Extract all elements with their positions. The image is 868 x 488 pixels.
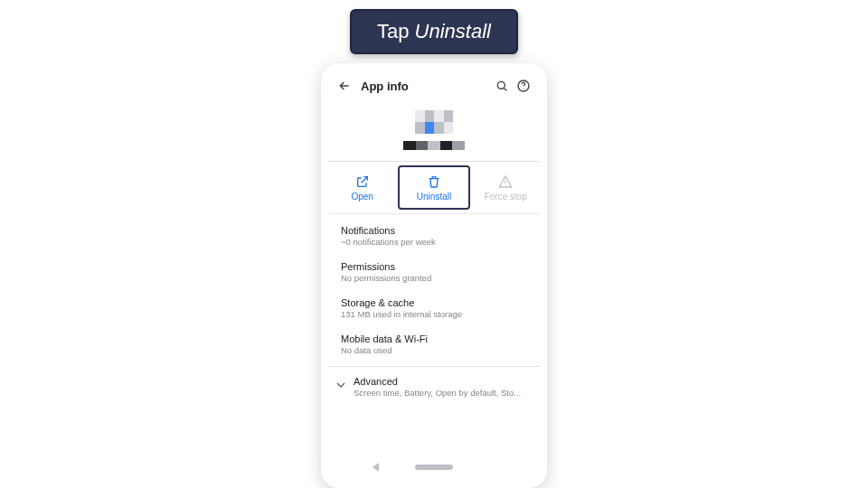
advanced-title: Advanced bbox=[354, 376, 527, 387]
nav-back-icon[interactable] bbox=[373, 463, 379, 472]
nav-home-pill[interactable] bbox=[415, 465, 453, 470]
uninstall-label: Uninstall bbox=[417, 192, 451, 202]
open-icon bbox=[355, 174, 370, 189]
help-icon bbox=[516, 79, 531, 93]
advanced-sub: Screen time, Battery, Open by default, S… bbox=[354, 388, 527, 398]
storage-row[interactable]: Storage & cache 131 MB used in internal … bbox=[328, 290, 540, 326]
phone-screen: App info Ope bbox=[328, 70, 540, 481]
uninstall-button[interactable]: Uninstall bbox=[398, 165, 469, 210]
back-button[interactable] bbox=[334, 75, 355, 97]
app-name-blurred bbox=[403, 141, 465, 150]
back-arrow-icon bbox=[337, 79, 352, 93]
app-icon-blurred bbox=[415, 110, 453, 134]
svg-point-3 bbox=[505, 184, 506, 185]
svg-point-2 bbox=[523, 89, 524, 89]
storage-title: Storage & cache bbox=[341, 297, 527, 308]
permissions-row[interactable]: Permissions No permissions granted bbox=[328, 254, 540, 290]
open-label: Open bbox=[351, 192, 373, 202]
chevron-down-icon bbox=[334, 378, 348, 392]
notifications-title: Notifications bbox=[341, 225, 527, 236]
phone-frame: App info Ope bbox=[321, 63, 547, 488]
help-button[interactable] bbox=[513, 75, 534, 97]
mobile-data-title: Mobile data & Wi-Fi bbox=[341, 333, 527, 344]
mobile-data-sub: No data used bbox=[341, 345, 527, 355]
system-nav-bar bbox=[328, 457, 540, 477]
instruction-callout: Tap Uninstall bbox=[350, 9, 518, 54]
svg-point-0 bbox=[497, 81, 505, 89]
callout-prefix: Tap bbox=[377, 20, 415, 42]
settings-list: Notifications ~0 notifications per week … bbox=[328, 214, 540, 407]
warning-icon bbox=[498, 174, 513, 189]
action-row: Open Uninstall Force stop bbox=[328, 162, 540, 214]
mobile-data-row[interactable]: Mobile data & Wi-Fi No data used bbox=[328, 326, 540, 362]
search-button[interactable] bbox=[491, 75, 513, 97]
expand-chevron bbox=[334, 378, 350, 394]
force-stop-label: Force stop bbox=[485, 192, 527, 202]
callout-emphasis: Uninstall bbox=[415, 20, 491, 42]
permissions-sub: No permissions granted bbox=[341, 273, 527, 283]
force-stop-button[interactable]: Force stop bbox=[472, 162, 540, 213]
permissions-title: Permissions bbox=[341, 261, 527, 272]
notifications-row[interactable]: Notifications ~0 notifications per week bbox=[328, 218, 540, 254]
notifications-sub: ~0 notifications per week bbox=[341, 237, 527, 247]
storage-sub: 131 MB used in internal storage bbox=[341, 309, 527, 319]
open-button[interactable]: Open bbox=[328, 162, 396, 213]
app-summary bbox=[328, 101, 540, 161]
page-title: App info bbox=[355, 80, 491, 93]
search-icon bbox=[495, 79, 509, 93]
app-bar: App info bbox=[328, 70, 540, 101]
advanced-row[interactable]: Advanced Screen time, Battery, Open by d… bbox=[328, 367, 540, 407]
trash-icon bbox=[427, 174, 441, 189]
